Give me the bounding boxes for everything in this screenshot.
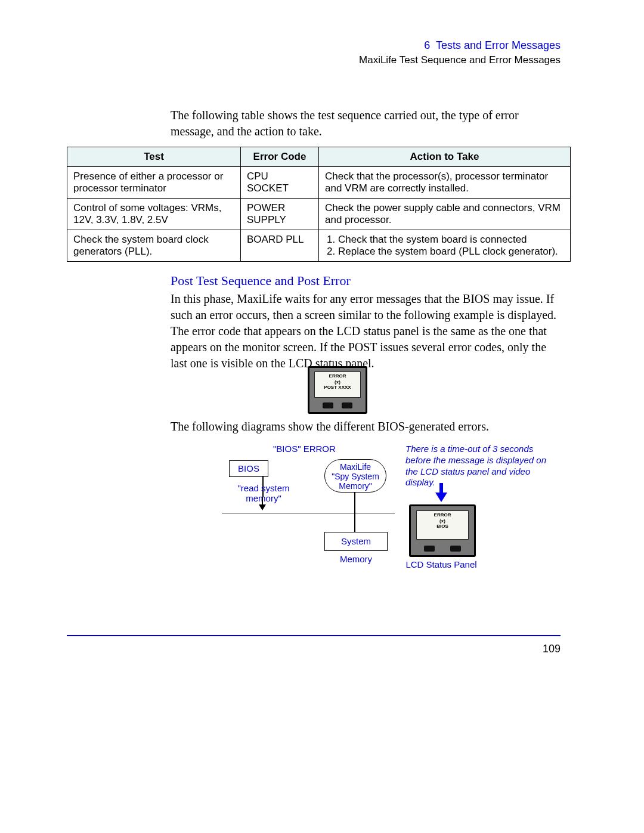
cell-action: Check the power supply cable and connect… [319,199,571,230]
cell-code: CPU SOCKET [241,167,319,199]
lcd-caption: LCD Status Panel [405,559,477,569]
chapter-label: 6 Tests and Error Messages [359,39,561,52]
lcd-line: ERROR [417,512,468,518]
lcd-screen: ERROR (x) BIOS [416,510,469,540]
cell-test: Check the system board clock generators … [67,230,241,262]
cell-test: Presence of either a processor or proces… [67,167,241,199]
table-header-row: Test Error Code Action to Take [67,147,571,167]
diagrams-intro: The following diagrams show the differen… [171,420,564,433]
cell-action: Check that the processor(s), processor t… [319,167,571,199]
maxilife-line: "Spy System [325,472,386,481]
lcd-status-panel: ERROR (x) BIOS [409,504,476,557]
lcd-panel-example: ERROR (x) POST XXXX [308,366,367,414]
action-step: Replace the system board (PLL clock gene… [338,246,564,258]
subsection-title: Post Test Sequence and Post Error [171,273,351,289]
col-error: Error Code [241,147,319,167]
table-row: Control of some voltages: VRMs, 12V, 3.3… [67,199,571,230]
cell-action: Check that the system board is connected… [319,230,571,262]
cell-code: POWER SUPPLY [241,199,319,230]
arrow-down-icon [259,497,266,512]
bus-line [222,513,395,513]
table-row: Presence of either a processor or proces… [67,167,571,199]
system-memory-box: System Memory [324,532,388,551]
maxilife-line: Memory" [325,481,386,491]
cell-test: Control of some voltages: VRMs, 12V, 3.3… [67,199,241,230]
section-name: MaxiLife Test Sequence and Error Message… [359,54,561,66]
col-test: Test [67,147,241,167]
lcd-line: (x) [315,379,360,385]
cell-code: BOARD PLL [241,230,319,262]
timeout-note: There is a time-out of 3 seconds before … [405,444,561,488]
footer-rule [67,635,561,636]
running-header: 6 Tests and Error Messages MaxiLife Test… [359,39,561,66]
col-action: Action to Take [319,147,571,167]
page-number: 109 [543,643,561,655]
lcd-line: (x) [417,518,468,524]
subsection-body: In this phase, MaxiLife waits for any er… [171,291,564,371]
intro-paragraph: The following table shows the test seque… [171,107,564,140]
arrow-down-icon [435,483,447,503]
maxilife-line: MaxiLife [325,462,386,472]
bios-box: BIOS [229,460,268,477]
lcd-line: POST XXXX [315,385,360,391]
chapter-title: Tests and Error Messages [436,39,561,51]
lcd-button-icon [323,402,333,408]
lcd-button-icon [342,402,352,408]
lcd-screen: ERROR (x) POST XXXX [314,371,361,398]
lcd-line: ERROR [315,373,360,379]
tests-table: Test Error Code Action to Take Presence … [67,147,571,262]
action-step: Check that the system board is connected [338,234,564,246]
lcd-button-icon [450,546,461,552]
table-row: Check the system board clock generators … [67,230,571,262]
maxilife-bubble: MaxiLife "Spy System Memory" [324,459,386,493]
page: 6 Tests and Error Messages MaxiLife Test… [0,0,644,833]
lcd-line: BIOS [417,524,468,529]
diagram-title: "BIOS" ERROR [273,444,336,454]
lcd-button-icon [424,546,435,552]
chapter-number: 6 [424,39,430,51]
connector-line [354,493,355,535]
